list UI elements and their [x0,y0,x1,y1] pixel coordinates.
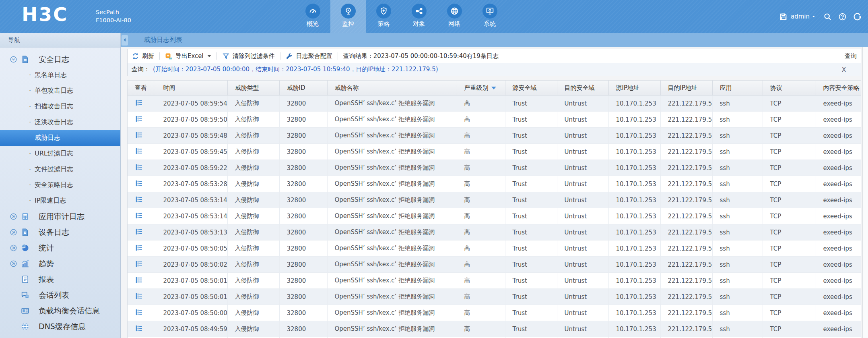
top-nav-item[interactable]: 策略 [366,0,401,33]
column-header[interactable]: 目的IP地址 [660,81,712,95]
export-excel-button[interactable]: 导出Excel [165,52,211,60]
cell-protocol: TCP [763,321,816,337]
sidebar-item[interactable]: · 泛洪攻击日志 [0,114,120,130]
sidebar-item[interactable]: 威胁日志 [0,130,120,146]
chevron-down-circle-icon[interactable] [10,56,21,63]
chevron-right-circle-icon[interactable] [10,213,21,220]
view-list-icon[interactable] [135,292,143,300]
save-icon[interactable] [779,12,788,21]
view-list-icon[interactable] [135,179,143,187]
cell-view [128,95,156,112]
sidebar-item[interactable]: 会话列表 [0,287,120,303]
cell-policy: exeed-ips [816,224,861,241]
view-list-icon[interactable] [135,147,143,155]
column-header[interactable]: 威胁类型 [227,81,279,95]
cell-app: ssh [712,208,763,224]
sidebar-item[interactable]: · 黑名单日志 [0,67,120,83]
sidebar-item[interactable]: · URL过滤日志 [0,146,120,162]
sidebar-item[interactable]: · IP限速日志 [0,193,120,209]
cell-protocol: TCP [763,241,816,257]
column-header[interactable]: 目的安全域 [557,81,608,95]
column-header-label: 内容安全策略 [823,84,860,91]
cell-protocol: TCP [763,257,816,273]
sidebar-item[interactable]: · 安全策略日志 [0,177,120,193]
sidebar-item[interactable]: 负载均衡会话信息 [0,303,120,319]
sidebar-item[interactable]: 应用审计日志 [0,209,120,224]
view-list-icon[interactable] [135,195,143,203]
sidebar-item[interactable]: 统计 [0,240,120,256]
expand-icon[interactable] [10,307,21,315]
column-header[interactable]: 内容安全策略 [816,81,861,95]
top-nav-item[interactable]: 监控 [330,0,366,33]
column-header[interactable]: 源安全域 [505,81,557,95]
view-list-icon[interactable] [135,324,143,332]
vertical-scrollbar[interactable] [862,47,868,338]
top-nav-item[interactable]: 概览 [295,0,330,33]
sidebar-item[interactable]: · 扫描攻击日志 [0,99,120,114]
column-header[interactable]: 应用 [712,81,763,95]
view-list-icon[interactable] [135,131,143,139]
sidebar-item[interactable]: 安全日志 [0,52,120,67]
chevron-right-circle-icon[interactable] [10,244,21,252]
cell-threat-name: OpenSSH’ ssh/kex.c’ 拒绝服务漏洞 [327,95,457,112]
expand-icon[interactable] [10,323,21,330]
top-nav-item[interactable]: 网络 [437,0,472,33]
view-list-icon[interactable] [135,212,143,220]
top-nav-item[interactable]: 系统 [472,0,507,33]
log-aggregation-button[interactable]: 日志聚合配置 [286,52,332,60]
cell-src-ip: 10.170.1.253 [608,176,660,192]
view-list-icon[interactable] [135,260,143,268]
refresh-button[interactable]: 刷新 [132,52,154,60]
sidebar-item[interactable]: 报表 [0,272,120,287]
close-filter-button[interactable]: X [841,66,846,74]
view-list-icon[interactable] [135,308,143,316]
sidebar-item[interactable]: DNS缓存信息 [0,319,120,334]
cell-src-ip: 10.170.1.253 [608,257,660,273]
clear-filter-button[interactable]: 清除列过滤条件 [222,52,275,60]
view-list-icon[interactable] [135,115,143,123]
sidebar-item[interactable]: 设备日志 [0,224,120,240]
query-label: 查询： [132,66,150,73]
top-nav-item[interactable]: 对象 [401,0,437,33]
expand-icon[interactable] [10,291,21,299]
view-list-icon[interactable] [135,228,143,236]
cell-dst-ip: 221.122.179.5 [660,112,712,128]
chevron-right-circle-icon[interactable] [10,228,21,236]
admin-menu[interactable]: admin [791,13,810,20]
cell-threat-id: 32800 [279,321,327,337]
view-list-icon[interactable] [135,276,143,284]
sidebar-item[interactable]: · 单包攻击日志 [0,83,120,99]
search-icon[interactable] [823,12,832,21]
collapse-sidebar-button[interactable] [122,35,128,46]
sidebar-item[interactable]: 趋势 [0,256,120,272]
cell-threat-id: 32800 [279,128,327,144]
column-header[interactable]: 源IP地址 [608,81,660,95]
cell-src-ip: 10.170.1.253 [608,192,660,208]
column-header[interactable]: 查看 [128,81,156,95]
help-icon[interactable] [838,12,847,21]
cell-time: 2023-07-05 08:50:00 [156,305,227,321]
cell-protocol: TCP [763,224,816,241]
cell-threat-type: 入侵防御 [227,128,279,144]
column-header[interactable]: 严重级别 [457,81,505,95]
cell-dst-ip: 221.122.179.5 [660,144,712,160]
chevron-down-icon[interactable] [811,14,816,19]
logout-icon[interactable] [853,12,862,21]
view-list-icon[interactable] [135,163,143,171]
cell-src-ip: 10.170.1.253 [608,273,660,289]
sidebar-item[interactable]: · 文件过滤日志 [0,162,120,177]
view-list-icon[interactable] [135,244,143,252]
column-header[interactable]: 时间 [156,81,227,95]
cell-threat-type: 入侵防御 [227,176,279,192]
column-header[interactable]: 威胁名称 [327,81,457,95]
chevron-right-circle-icon[interactable] [10,260,21,267]
cell-protocol: TCP [763,273,816,289]
collapse-left-icon [122,37,127,44]
cell-view [128,305,156,321]
column-header[interactable]: 协议 [763,81,816,95]
view-list-icon[interactable] [135,99,143,107]
query-button[interactable]: 查询 [842,52,857,60]
column-header[interactable]: 威胁ID [279,81,327,95]
column-header-label: 源IP地址 [616,84,639,91]
expand-icon[interactable] [10,276,21,283]
